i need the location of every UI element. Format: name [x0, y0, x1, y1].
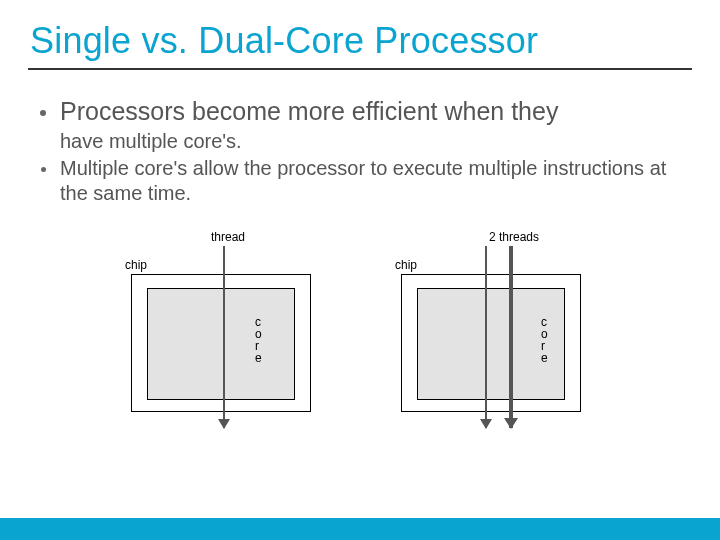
- thread-arrow-icon: [485, 246, 487, 428]
- slide-title: Single vs. Dual-Core Processor: [0, 0, 720, 68]
- bullet-1-continuation: have multiple core's.: [60, 129, 680, 154]
- bullet-2-text: Multiple core's allow the processor to e…: [60, 156, 680, 206]
- threads-label: 2 threads: [489, 230, 539, 244]
- dual-thread-diagram: 2 threads chip c o r e: [395, 230, 595, 450]
- thread-label: thread: [211, 230, 245, 244]
- bullet-item-1: Processors become more efficient when th…: [40, 96, 680, 127]
- bullet-list: Processors become more efficient when th…: [0, 70, 720, 206]
- chip-label: chip: [125, 258, 147, 272]
- bullet-1-line1: Processors become more efficient when th…: [60, 96, 558, 127]
- bullet-dot-icon: [41, 167, 46, 172]
- chip-label: chip: [395, 258, 417, 272]
- thread-arrow-icon: [223, 246, 225, 428]
- footer-accent-bar: [0, 518, 720, 540]
- core-label: c o r e: [255, 316, 262, 364]
- diagram-container: thread chip c o r e 2 threads chip c o r…: [0, 230, 720, 450]
- core-box: [147, 288, 295, 400]
- thread-arrow-icon: [509, 246, 513, 428]
- single-core-diagram: thread chip c o r e: [125, 230, 325, 450]
- bullet-dot-icon: [40, 110, 46, 116]
- bullet-item-2: Multiple core's allow the processor to e…: [40, 156, 680, 206]
- core-label: c o r e: [541, 316, 548, 364]
